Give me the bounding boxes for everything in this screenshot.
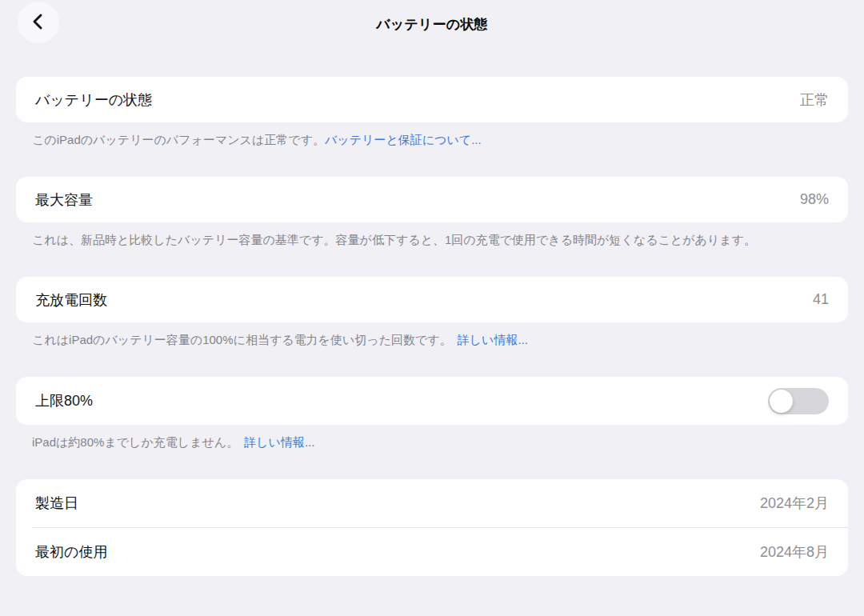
cycle-count-learn-more-link[interactable]: 詳しい情報... bbox=[458, 333, 528, 346]
cycle-count-footer: これはiPadのバッテリー容量の100%に相当する電力を使い切った回数です。詳し… bbox=[32, 331, 832, 348]
device-dates-section: 製造日 2024年2月 最初の使用 2024年8月 bbox=[16, 479, 848, 576]
cycle-count-section: 充放電回数 41 これはiPadのバッテリー容量の100%に相当する電力を使い切… bbox=[16, 277, 848, 348]
manufacture-date-label: 製造日 bbox=[35, 494, 78, 513]
charge-limit-footer-text: iPadは約80%までしか充電しません。 bbox=[32, 435, 238, 449]
max-capacity-value: 98% bbox=[800, 191, 829, 208]
manufacture-date-row: 製造日 2024年2月 bbox=[16, 479, 848, 527]
max-capacity-row: 最大容量 98% bbox=[16, 177, 848, 222]
charge-limit-toggle[interactable] bbox=[768, 388, 829, 414]
max-capacity-footer-text: これは、新品時と比較したバッテリー容量の基準です。容量が低下すると、1回の充電で… bbox=[32, 233, 756, 246]
cycle-count-row: 充放電回数 41 bbox=[16, 277, 848, 322]
charge-limit-section: 上限80% iPadは約80%までしか充電しません。詳しい情報... bbox=[16, 377, 848, 450]
toggle-knob bbox=[770, 390, 793, 413]
battery-health-value: 正常 bbox=[800, 90, 829, 110]
cycle-count-label: 充放電回数 bbox=[35, 290, 107, 310]
navigation-bar: バッテリーの状態 bbox=[0, 0, 864, 45]
first-use-label: 最初の使用 bbox=[35, 542, 107, 562]
battery-health-section: バッテリーの状態 正常 このiPadのバッテリーのパフォーマンスは正常です。バッ… bbox=[16, 77, 848, 148]
page-title: バッテリーの状態 bbox=[0, 15, 864, 34]
charge-limit-learn-more-link[interactable]: 詳しい情報... bbox=[244, 435, 314, 449]
charge-limit-label: 上限80% bbox=[35, 391, 93, 410]
battery-warranty-link[interactable]: バッテリーと保証について... bbox=[325, 133, 482, 146]
max-capacity-section: 最大容量 98% これは、新品時と比較したバッテリー容量の基準です。容量が低下す… bbox=[16, 177, 848, 248]
device-dates-card: 製造日 2024年2月 最初の使用 2024年8月 bbox=[16, 479, 848, 576]
charge-limit-footer: iPadは約80%までしか充電しません。詳しい情報... bbox=[32, 434, 832, 450]
charge-limit-row: 上限80% bbox=[16, 377, 848, 425]
manufacture-date-value: 2024年2月 bbox=[760, 494, 829, 513]
battery-health-row: バッテリーの状態 正常 bbox=[16, 77, 848, 122]
battery-health-screen: バッテリーの状態 バッテリーの状態 正常 このiPadのバッテリーのパフォーマン… bbox=[0, 0, 864, 616]
first-use-value: 2024年8月 bbox=[760, 542, 829, 562]
max-capacity-label: 最大容量 bbox=[35, 190, 93, 210]
cycle-count-value: 41 bbox=[813, 291, 829, 308]
first-use-row: 最初の使用 2024年8月 bbox=[16, 528, 848, 576]
battery-health-footer-text: このiPadのバッテリーのパフォーマンスは正常です。 bbox=[32, 133, 325, 146]
battery-health-footer: このiPadのバッテリーのパフォーマンスは正常です。バッテリーと保証について..… bbox=[32, 131, 832, 148]
cycle-count-footer-text: これはiPadのバッテリー容量の100%に相当する電力を使い切った回数です。 bbox=[32, 333, 452, 346]
max-capacity-footer: これは、新品時と比較したバッテリー容量の基準です。容量が低下すると、1回の充電で… bbox=[32, 231, 832, 248]
settings-content: バッテリーの状態 正常 このiPadのバッテリーのパフォーマンスは正常です。バッ… bbox=[0, 77, 864, 576]
battery-health-label: バッテリーの状態 bbox=[35, 90, 152, 110]
